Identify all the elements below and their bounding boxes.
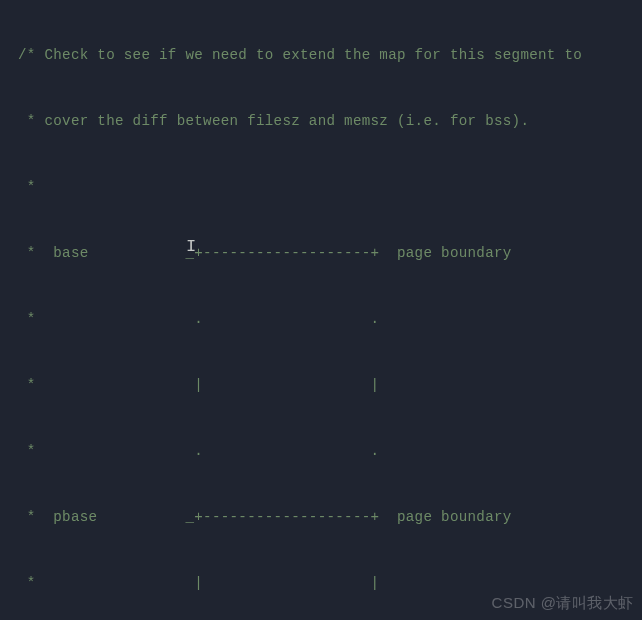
comment-line: * base _+-------------------+ page bound… — [18, 242, 642, 264]
comment-line: * | | — [18, 572, 642, 594]
comment-line: * cover the diff between filesz and mems… — [18, 110, 642, 132]
comment-line: * | | — [18, 374, 642, 396]
comment-line: * pbase _+-------------------+ page boun… — [18, 506, 642, 528]
code-editor[interactable]: /* Check to see if we need to extend the… — [0, 0, 642, 620]
comment-line: * . . — [18, 440, 642, 462]
comment-line: /* Check to see if we need to extend the… — [18, 44, 642, 66]
watermark: CSDN @请叫我大虾 — [492, 592, 634, 614]
comment-line: * — [18, 176, 642, 198]
comment-line: * . . — [18, 308, 642, 330]
